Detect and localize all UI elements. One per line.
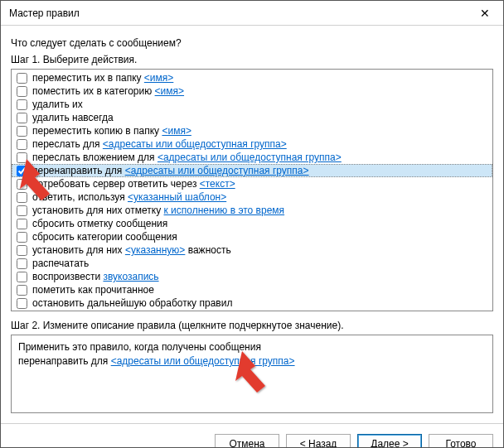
action-text-pre: сбросить категории сообщения <box>32 231 177 243</box>
action-row[interactable]: поместить их в категорию <имя> <box>12 84 492 98</box>
action-checkbox[interactable] <box>17 126 27 137</box>
action-text-pre: ответить, используя <box>32 191 128 203</box>
action-text-pre: пометить как прочитанное <box>32 284 154 296</box>
action-link[interactable]: <адресаты или общедоступная группа> <box>158 152 342 163</box>
action-row[interactable]: удалить их <box>12 98 492 111</box>
rule-description-box: Применить это правило, когда получены со… <box>11 335 493 413</box>
back-button[interactable]: < Назад <box>286 434 351 449</box>
action-checkbox[interactable] <box>17 152 27 163</box>
action-row[interactable]: воспроизвести звукозапись <box>12 270 492 283</box>
action-checkbox[interactable] <box>17 205 27 216</box>
action-checkbox[interactable] <box>17 245 27 256</box>
action-label: поместить их в категорию <имя> <box>32 84 184 98</box>
action-link[interactable]: <имя> <box>155 85 184 97</box>
action-checkbox[interactable] <box>17 272 27 282</box>
action-checkbox[interactable] <box>17 86 27 97</box>
action-text-post: важность <box>185 244 230 256</box>
cancel-button[interactable]: Отмена <box>215 434 279 449</box>
action-row[interactable]: удалить навсегда <box>12 111 492 124</box>
action-checkbox[interactable] <box>17 232 27 243</box>
action-link[interactable]: <имя> <box>162 125 191 137</box>
action-row[interactable]: распечатать <box>12 257 492 270</box>
action-checkbox[interactable] <box>17 139 27 150</box>
action-link[interactable]: к исполнению в это время <box>164 205 285 216</box>
action-text-pre: удалить их <box>32 99 83 110</box>
step1-label: Шаг 1. Выберите действия. <box>11 54 493 65</box>
action-row[interactable]: установить для них <указанную> важность <box>12 243 492 257</box>
action-checkbox[interactable] <box>17 113 27 123</box>
action-label: переслать вложением для <адресаты или об… <box>32 151 342 164</box>
action-row[interactable]: ответить, используя <указанный шаблон> <box>12 190 492 204</box>
action-row[interactable]: переместить копию в папку <имя> <box>12 124 492 137</box>
action-row[interactable]: сбросить категории сообщения <box>12 230 492 243</box>
action-text-pre: установить для них отметку <box>32 205 164 216</box>
action-link[interactable]: <имя> <box>144 72 173 84</box>
action-label: сбросить категории сообщения <box>32 230 177 243</box>
action-checkbox[interactable] <box>17 219 27 229</box>
action-link[interactable]: звукозапись <box>103 271 158 282</box>
description-line1: Применить это правило, когда получены со… <box>18 340 486 354</box>
action-row[interactable]: остановить дальнейшую обработку правил <box>12 296 492 310</box>
action-label: воспроизвести звукозапись <box>32 270 159 283</box>
finish-button[interactable]: Готово <box>429 434 493 449</box>
action-text-pre: воспроизвести <box>32 271 103 282</box>
action-checkbox[interactable] <box>17 73 27 84</box>
button-bar: Отмена < Назад Далее > Готово <box>1 423 503 448</box>
action-row[interactable]: сбросить отметку сообщения <box>12 217 492 230</box>
action-text-pre: удалить навсегда <box>32 112 114 123</box>
description-line2: перенаправить для <адресаты или общедост… <box>18 354 486 369</box>
action-label: установить для них <указанную> важность <box>32 243 231 257</box>
action-text-pre: переслать вложением для <box>32 152 158 163</box>
actions-scroll[interactable]: переместить их в папку <имя>поместить их… <box>12 70 492 311</box>
description-line2-pre: перенаправить для <box>18 355 111 367</box>
action-label: установить для них отметку к исполнению … <box>32 204 284 217</box>
title-bar: Мастер правил ✕ <box>1 1 503 26</box>
action-link[interactable]: <адресаты или общедоступная группа> <box>103 138 287 150</box>
action-text-pre: сбросить отметку сообщения <box>32 218 167 229</box>
next-button[interactable]: Далее > <box>357 434 422 449</box>
action-text-pre: переместить копию в папку <box>32 125 162 137</box>
action-text-pre: перенаправить для <box>32 165 125 176</box>
action-checkbox[interactable] <box>17 298 27 309</box>
action-label: переместить их в папку <имя> <box>32 71 173 84</box>
action-label: переслать для <адресаты или общедоступна… <box>32 137 287 151</box>
action-row[interactable]: перенаправить для <адресаты или общедост… <box>12 164 492 177</box>
action-text-pre: переместить их в папку <box>32 72 144 84</box>
action-label: сбросить отметку сообщения <box>32 217 167 230</box>
action-checkbox[interactable] <box>17 99 27 110</box>
action-row[interactable]: потребовать сервер ответить через <текст… <box>12 177 492 190</box>
action-checkbox[interactable] <box>17 285 27 296</box>
action-label: потребовать сервер ответить через <текст… <box>32 177 235 190</box>
action-text-pre: поместить их в категорию <box>32 85 155 97</box>
action-text-pre: переслать для <box>32 138 103 150</box>
description-link-recipients[interactable]: <адресаты или общедоступная группа> <box>111 355 295 367</box>
close-button[interactable]: ✕ <box>466 1 503 26</box>
action-link[interactable]: <адресаты или общедоступная группа> <box>125 165 309 176</box>
action-row[interactable]: установить для них отметку к исполнению … <box>12 204 492 217</box>
action-checkbox[interactable] <box>17 179 27 190</box>
dialog-content: Что следует сделать с сообщением? Шаг 1.… <box>1 26 503 413</box>
action-text-pre: установить для них <box>32 244 125 256</box>
action-row[interactable]: переслать вложением для <адресаты или об… <box>12 151 492 164</box>
action-row[interactable]: переместить их в папку <имя> <box>12 71 492 84</box>
action-label: остановить дальнейшую обработку правил <box>32 296 232 310</box>
action-checkbox[interactable] <box>17 166 27 176</box>
window-title: Мастер правил <box>9 7 466 19</box>
close-icon: ✕ <box>480 7 490 20</box>
action-label: пометить как прочитанное <box>32 283 154 296</box>
action-checkbox[interactable] <box>17 192 27 203</box>
action-label: ответить, используя <указанный шаблон> <box>32 190 226 204</box>
action-label: удалить навсегда <box>32 111 114 124</box>
action-text-pre: остановить дальнейшую обработку правил <box>32 297 232 309</box>
action-link[interactable]: <указанный шаблон> <box>128 191 226 203</box>
action-link[interactable]: <текст> <box>200 178 235 190</box>
action-row[interactable]: пометить как прочитанное <box>12 283 492 296</box>
step2-label: Шаг 2. Измените описание правила (щелкни… <box>11 320 493 331</box>
action-link[interactable]: <указанную> <box>125 244 186 256</box>
action-text-pre: распечатать <box>32 258 89 269</box>
action-label: переместить копию в папку <имя> <box>32 124 191 137</box>
action-row[interactable]: переслать для <адресаты или общедоступна… <box>12 137 492 151</box>
action-label: удалить их <box>32 98 83 111</box>
action-checkbox[interactable] <box>17 258 27 269</box>
action-text-pre: потребовать сервер ответить через <box>32 178 200 190</box>
